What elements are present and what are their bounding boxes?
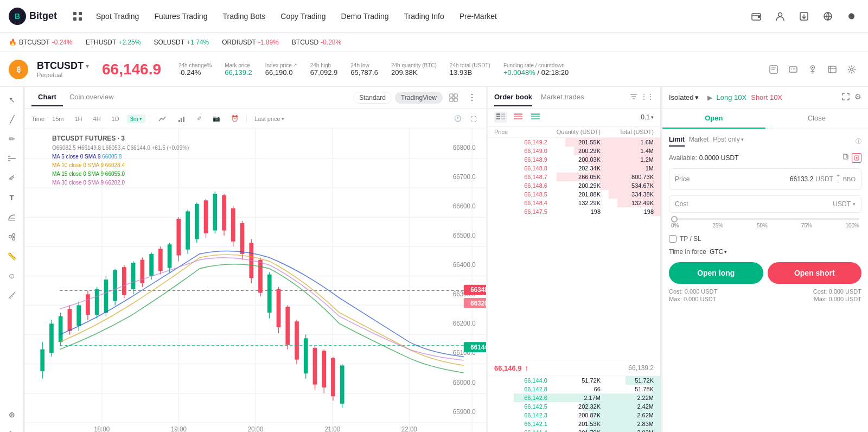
open-short-button[interactable]: Open short (768, 262, 862, 284)
header-icon-4[interactable] (825, 62, 840, 77)
time-force-selector[interactable]: GTC ▾ (710, 248, 727, 256)
bid-row-3[interactable]: 66,142.5 202.32K 2.42M (488, 402, 660, 411)
tool-ruler[interactable] (3, 287, 21, 304)
tab-coin-overview[interactable]: Coin overview (63, 88, 120, 106)
ticker-ethusdt[interactable]: ETHUSDT +2.25% (86, 39, 141, 46)
tab-orderbook[interactable]: Order book (494, 88, 532, 106)
header-icon-1[interactable] (766, 62, 781, 77)
tool-indicators[interactable] (3, 228, 21, 245)
ask-row-4[interactable]: 66,148.7 266.05K 800.73K (488, 173, 660, 181)
price-value[interactable]: 66133.2 (790, 175, 813, 183)
ask-row-6[interactable]: 66,148.5 201.88K 334.38K (488, 190, 660, 199)
ask-row-3[interactable]: 66,148.8 202.34K 1M (488, 164, 660, 173)
toolbar-fullscreen[interactable]: ⛶ (467, 114, 480, 123)
price-decrement[interactable]: − (837, 180, 840, 185)
ob-layout-bids[interactable] (529, 112, 542, 123)
ticker-ordiusdt[interactable]: ORDIUSDT -1.89% (222, 39, 279, 46)
ask-row-0[interactable]: 66,149.2 201.55K 1.6M (488, 138, 660, 147)
header-settings-icon[interactable] (844, 62, 859, 77)
tp-long-label[interactable]: Long 10X (717, 93, 747, 101)
toolbar-indicators[interactable] (174, 113, 189, 124)
tool-cursor[interactable]: ↖ (3, 91, 21, 109)
copy-icon[interactable] (842, 153, 850, 163)
tpsl-row[interactable]: TP / SL (669, 235, 861, 243)
ob-filter-icon[interactable] (630, 93, 637, 102)
tab-chart[interactable]: Chart (31, 88, 63, 106)
ask-row-7[interactable]: 66,148.4 132.29K 132.49K (488, 199, 660, 207)
tp-mode-selector[interactable]: Isolated ▾ (669, 93, 699, 101)
tab-tp-close[interactable]: Close (765, 109, 869, 129)
globe-icon[interactable] (820, 9, 835, 24)
tf-3m[interactable]: 3m▾ (127, 115, 145, 123)
tool-emoji[interactable]: ☺ (3, 267, 21, 284)
cost-unit-selector[interactable]: USDT ▾ (831, 200, 856, 208)
bbo-selector[interactable]: BBO (843, 176, 856, 182)
download-icon[interactable] (796, 9, 812, 24)
bid-row-2[interactable]: 66,142.6 2.17M 2.22M (488, 393, 660, 402)
ask-row-5[interactable]: 66,148.6 200.29K 534.67K (488, 181, 660, 190)
tp-short-label[interactable]: Short 10X (751, 93, 782, 101)
nav-apps-icon[interactable] (70, 9, 85, 24)
slider-row[interactable]: 0% 25% 50% 75% 100% (669, 218, 861, 228)
ask-row-8[interactable]: 66,147.5 198 198 (488, 207, 660, 216)
wallet-icon[interactable] (749, 9, 764, 24)
view-tradingview[interactable]: TradingView (395, 92, 443, 104)
order-type-info[interactable]: ⓘ (856, 137, 861, 145)
header-icon-3[interactable] (805, 62, 820, 77)
tool-measure[interactable]: 📏 (3, 247, 21, 265)
open-long-button[interactable]: Open long (669, 262, 763, 284)
ob-layout-asks[interactable] (512, 112, 525, 123)
bid-row-6[interactable]: 66,141.4 201.79K 3.03M (488, 428, 660, 432)
bid-row-4[interactable]: 66,142.3 200.87K 2.62M (488, 411, 660, 420)
bid-row-5[interactable]: 66,142.1 201.53K 2.83M (488, 420, 660, 428)
nav-demo-trading[interactable]: Demo Trading (335, 9, 395, 24)
tool-horizontal[interactable] (3, 150, 21, 167)
tool-text[interactable]: T (3, 189, 21, 206)
tool-draw[interactable]: ✏ (3, 130, 21, 148)
ob-layout-both[interactable] (494, 112, 507, 123)
ticker-btcusdt[interactable]: 🔥 BTCUSDT -0.24% (9, 39, 73, 46)
tool-line[interactable]: ╱ (3, 111, 21, 128)
view-standard[interactable]: Standard (353, 92, 392, 104)
slider-thumb[interactable] (671, 216, 678, 223)
nav-pre-market[interactable]: Pre-Market (453, 9, 503, 24)
tp-more-icon[interactable]: ⚙ (854, 92, 861, 103)
header-icon-2[interactable] (786, 62, 801, 77)
nav-trading-info[interactable]: Trading Info (398, 9, 451, 24)
theme-icon[interactable] (844, 9, 859, 24)
price-type-selector[interactable]: Last price ▾ (251, 115, 288, 123)
nav-trading-bots[interactable]: Trading Bots (216, 9, 272, 24)
tab-market-trades[interactable]: Market trades (541, 88, 584, 106)
toolbar-timezone[interactable]: 🕐 (451, 114, 465, 123)
chart-layout-icon[interactable] (446, 90, 461, 105)
ob-more-icon[interactable]: ⋮⋮ (641, 93, 654, 102)
coin-name[interactable]: BTCUSDT (37, 60, 84, 72)
slider-track[interactable] (671, 218, 859, 220)
bid-row-1[interactable]: 66,142.8 66 51.78K (488, 385, 660, 393)
toolbar-camera[interactable]: 📷 (209, 114, 224, 123)
tool-pencil[interactable]: ✐ (3, 169, 21, 187)
tool-flag[interactable]: ⚑ (3, 425, 21, 432)
coin-dropdown-icon[interactable]: ▾ (86, 62, 89, 70)
order-type-post[interactable]: Post only ▾ (713, 136, 743, 147)
tool-zoom[interactable]: ⊕ (3, 406, 21, 423)
tp-expand-icon[interactable] (841, 92, 850, 103)
logo[interactable]: B Bitget (9, 8, 57, 25)
tf-15m[interactable]: 15m (49, 115, 67, 123)
bid-row-0[interactable]: 66,144.0 51.72K 51.72K (488, 376, 660, 385)
tool-fibonacci[interactable] (3, 208, 21, 226)
ticker-solusdt[interactable]: SOLUSDT +1.74% (154, 39, 209, 46)
toolbar-line-chart[interactable] (155, 113, 170, 124)
price-increment[interactable]: + (837, 173, 840, 179)
tf-1d[interactable]: 1D (108, 115, 123, 123)
ob-decimal-selector[interactable]: 0.1 ▾ (641, 113, 654, 121)
order-type-limit[interactable]: Limit (669, 136, 685, 147)
calculator-icon[interactable] (852, 153, 861, 163)
ask-row-1[interactable]: 66,149.0 200.29K 1.4M (488, 147, 660, 155)
chart-more-icon[interactable]: ⋮ (464, 90, 480, 105)
order-type-market[interactable]: Market (689, 136, 709, 147)
nav-copy-trading[interactable]: Copy Trading (274, 9, 332, 24)
nav-spot-trading[interactable]: Spot Trading (90, 9, 145, 24)
tf-4h[interactable]: 4H (90, 115, 104, 123)
nav-futures-trading[interactable]: Futures Trading (148, 9, 214, 24)
